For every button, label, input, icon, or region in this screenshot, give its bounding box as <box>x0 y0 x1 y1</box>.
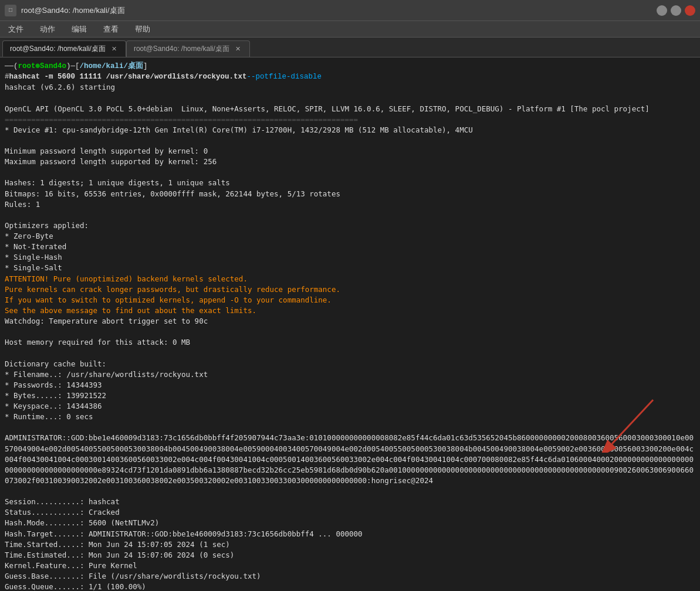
titlebar-title: root@Sand4o: /home/kali/桌面 <box>21 5 125 16</box>
tab-1[interactable]: root@Sand4o: /home/kali/桌面 ✕ <box>2 40 126 57</box>
titlebar-left: □ root@Sand4o: /home/kali/桌面 <box>5 5 125 16</box>
titlebar-controls <box>657 5 695 16</box>
prompt-line: ──(root⊛Sand4o)─[/home/kali/桌面] <box>5 61 695 72</box>
terminal[interactable]: ──(root⊛Sand4o)─[/home/kali/桌面] # hashca… <box>0 57 700 591</box>
output-block: hashcat (v6.2.6) starting OpenCL API (Op… <box>5 82 695 591</box>
prompt-hash: # <box>5 72 9 82</box>
separator-line: ========================================… <box>5 114 695 125</box>
tab-2-close[interactable]: ✕ <box>234 45 242 53</box>
app-icon: □ <box>5 5 16 16</box>
prompt-close-paren: )─[ <box>66 61 80 72</box>
prompt-open-paren: ──( <box>5 61 18 72</box>
menu-action[interactable]: 动作 <box>36 23 59 36</box>
cmd-hashcat: hashcat -m 5600 11111 /usr/share/wordlis… <box>9 72 247 82</box>
menu-view[interactable]: 查看 <box>100 23 122 36</box>
minimize-button[interactable] <box>657 5 667 16</box>
tab-1-close[interactable]: ✕ <box>110 45 119 53</box>
watchdog-lines: Watchdog: Temperature abort trigger set … <box>5 316 695 591</box>
command-line: # hashcat -m 5600 11111 /usr/share/wordl… <box>5 72 695 82</box>
prompt-bracket-close: ] <box>143 61 148 72</box>
menu-help[interactable]: 帮助 <box>131 23 154 36</box>
maximize-button[interactable] <box>671 5 681 16</box>
tab-2-label: root@Sand4o: /home/kali/桌面 <box>134 44 229 54</box>
tab-1-label: root@Sand4o: /home/kali/桌面 <box>10 44 106 54</box>
attention-lines: ATTENTION! Pure (unoptimized) backend ke… <box>5 274 695 317</box>
tabbar: root@Sand4o: /home/kali/桌面 ✕ root@Sand4o… <box>0 38 700 57</box>
output-line-1: hashcat (v6.2.6) starting OpenCL API (Op… <box>5 82 695 114</box>
menu-file[interactable]: 文件 <box>5 23 27 36</box>
prompt-path: /home/kali/桌面 <box>80 61 144 72</box>
prompt-user: root⊛Sand4o <box>18 61 67 72</box>
menu-edit[interactable]: 编辑 <box>68 23 90 36</box>
close-button[interactable] <box>685 5 695 16</box>
cmd-flag: --potfile-disable <box>247 72 322 82</box>
titlebar: □ root@Sand4o: /home/kali/桌面 <box>0 0 700 21</box>
device-line: * Device #1: cpu-sandybridge-12th Gen In… <box>5 125 695 274</box>
tab-2[interactable]: root@Sand4o: /home/kali/桌面 ✕ <box>126 40 250 57</box>
menubar: 文件 动作 编辑 查看 帮助 <box>0 21 700 38</box>
